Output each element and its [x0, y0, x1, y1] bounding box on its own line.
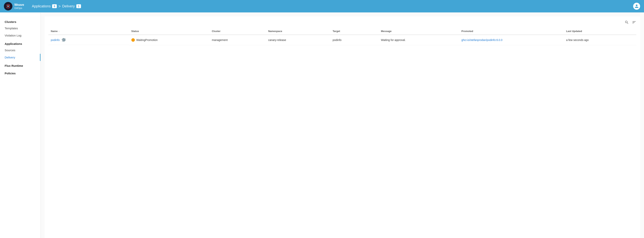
col-header-promoted: Promoted [459, 28, 564, 35]
delivery-table: Name ↓ Status Cluster Namespace Target M… [48, 28, 636, 45]
col-header-status: Status [129, 28, 210, 35]
breadcrumb-apps-label: Applications [32, 4, 50, 8]
table-toolbar [48, 20, 636, 28]
main-content: Name ↓ Status Cluster Namespace Target M… [41, 13, 644, 238]
sidebar-templates-label: Templates [5, 27, 18, 30]
breadcrumb: Applications 6 > Delivery 1 [32, 4, 81, 9]
col-header-target: Target [330, 28, 378, 35]
sort-arrow-icon[interactable]: ↓ [58, 30, 60, 33]
cell-message: Waiting for approval. [378, 35, 459, 45]
sidebar-clusters-label: Clusters [5, 20, 16, 24]
breadcrumb-applications[interactable]: Applications 6 [32, 4, 57, 8]
cell-last-updated: a few seconds ago [564, 35, 636, 45]
status-badge: WaitingPromotion [131, 38, 207, 42]
sidebar-policies-label: Policies [5, 72, 16, 75]
header-right [633, 3, 640, 10]
breadcrumb-delivery[interactable]: Delivery 1 [62, 4, 81, 8]
delivery-count-badge: 1 [76, 4, 81, 8]
cell-namespace: canary-release [266, 35, 330, 45]
table-row: podinfoWaitingPromotionmanagementcanary-… [48, 35, 636, 45]
sidebar-item-violation-log[interactable]: Violation Log [0, 32, 40, 39]
logo-area: Weave GitOps [4, 2, 24, 11]
cell-promoted: ghcr.io/stefanprodan/podinfo:6.0.0 [459, 35, 564, 45]
bird-icon [62, 38, 66, 42]
sidebar-section-applications: Applications [0, 39, 40, 47]
col-header-cluster: Cluster [210, 28, 266, 35]
sidebar-item-delivery[interactable]: Delivery [0, 54, 40, 61]
breadcrumb-delivery-label: Delivery [62, 4, 75, 8]
content-area: Name ↓ Status Cluster Namespace Target M… [44, 16, 640, 238]
podinfo-link[interactable]: podinfo [51, 38, 60, 42]
promoted-link[interactable]: ghcr.io/stefanprodan/podinfo:6.0.0 [462, 38, 502, 42]
col-header-namespace: Namespace [266, 28, 330, 35]
cell-status: WaitingPromotion [129, 35, 210, 45]
sidebar-delivery-label: Delivery [5, 56, 15, 59]
breadcrumb-separator: > [58, 4, 61, 9]
sidebar-flux-label: Flux Runtime [5, 64, 23, 67]
sidebar-item-templates[interactable]: Templates [0, 25, 40, 32]
search-icon[interactable] [625, 20, 629, 26]
user-avatar[interactable] [633, 3, 640, 10]
filter-icon[interactable] [632, 20, 636, 26]
cell-name: podinfo [48, 35, 129, 45]
app-header: Weave GitOps Applications 6 > Delivery 1 [0, 0, 644, 13]
sidebar-applications-label: Applications [5, 42, 22, 45]
col-header-last-updated: Last Updated [564, 28, 636, 35]
main-layout: Clusters Templates Violation Log Applica… [0, 13, 644, 238]
apps-count-badge: 6 [52, 4, 57, 8]
sidebar-sources-label: Sources [5, 49, 15, 52]
cell-cluster: management [210, 35, 266, 45]
logo-icon [4, 2, 12, 11]
sidebar: Clusters Templates Violation Log Applica… [0, 13, 41, 238]
sidebar-item-sources[interactable]: Sources [0, 47, 40, 54]
sidebar-section-policies: Policies [0, 69, 40, 76]
status-dot [131, 38, 135, 42]
logo-text: Weave GitOps [14, 3, 24, 10]
sidebar-section-flux-runtime: Flux Runtime [0, 61, 40, 69]
cell-target: podinfo [330, 35, 378, 45]
status-text: WaitingPromotion [136, 38, 158, 42]
sidebar-section-clusters: Clusters [0, 17, 40, 25]
col-header-name: Name ↓ [48, 28, 129, 35]
sidebar-violation-label: Violation Log [5, 34, 21, 37]
col-header-message: Message [378, 28, 459, 35]
